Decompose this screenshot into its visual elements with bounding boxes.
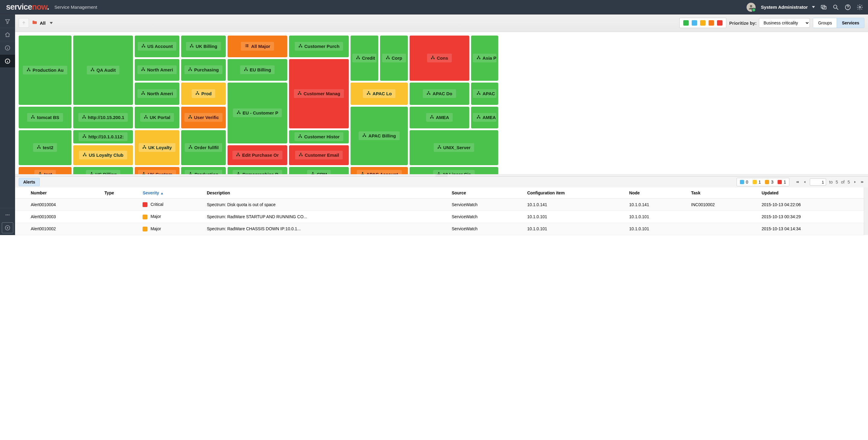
treemap-tile-custhistor[interactable]: Customer Histor: [289, 130, 349, 144]
sitemap-icon: [476, 91, 481, 96]
treemap-tile-ukloyalty[interactable]: UK Loyalty: [135, 130, 179, 165]
treemap-tile-label: CRM: [317, 172, 327, 174]
treemap-tile-ukbilling[interactable]: UK Billing: [181, 36, 226, 57]
table-row[interactable]: Alert0010002 Major Spectrum: RadWare CHA…: [15, 223, 864, 235]
treemap-tile-custpurch[interactable]: Customer Purch: [289, 36, 349, 57]
alerts-tab[interactable]: Alerts: [19, 178, 40, 186]
treemap-tile-ip15[interactable]: http://10.15.200.1: [73, 107, 133, 128]
splitter-handle[interactable]: [15, 174, 868, 177]
more-icon[interactable]: [0, 208, 15, 221]
treemap-tile-apaclo[interactable]: APAC Lo: [350, 83, 408, 105]
svg-marker-159: [862, 181, 864, 183]
sitemap-icon: [142, 145, 147, 150]
treemap-tile-tomcatbs[interactable]: tomcat BS: [19, 107, 71, 128]
sitemap-icon: [356, 56, 360, 61]
prioritize-select[interactable]: Business criticality: [759, 18, 810, 28]
treemap-tile-editpurch[interactable]: Edit Purchase Or: [227, 145, 287, 165]
treemap-tile-userverif[interactable]: User Verific: [181, 107, 226, 128]
search-icon[interactable]: [832, 4, 839, 10]
col-description[interactable]: Description: [203, 187, 448, 198]
col-source[interactable]: Source: [448, 187, 524, 198]
user-menu[interactable]: System Administrator: [761, 4, 815, 10]
treemap-tile-test[interactable]: test: [19, 167, 71, 174]
conversations-icon[interactable]: [820, 4, 827, 10]
treemap-tile-demographics[interactable]: Demographics R: [227, 167, 287, 174]
treemap-tile-custemail[interactable]: Customer Email: [289, 145, 349, 165]
treemap-tile-purchasing[interactable]: Purchasing: [181, 59, 226, 81]
chevron-down-icon: [812, 6, 815, 8]
table-row[interactable]: Alert0010003 Major Spectrum: RadWare STA…: [15, 211, 864, 223]
page-last-icon[interactable]: [860, 180, 864, 184]
treemap-tile-usbilling[interactable]: US Billing: [73, 167, 133, 174]
page-current-input[interactable]: [810, 179, 826, 186]
help-icon[interactable]: [844, 4, 851, 10]
avatar[interactable]: [747, 3, 755, 12]
treemap-tile-label: APAC Billing: [368, 133, 396, 138]
svg-rect-111: [301, 156, 303, 156]
treemap-tile-cons[interactable]: Cons: [410, 36, 469, 81]
treemap-tile-amea1[interactable]: AMEA: [410, 107, 469, 128]
info-outline-icon[interactable]: [0, 41, 15, 55]
svg-rect-57: [147, 118, 148, 119]
treemap-tile-unixserver[interactable]: UNIX_Server: [410, 130, 498, 165]
svg-rect-100: [300, 44, 301, 45]
treemap-tile-test2[interactable]: test2: [19, 130, 71, 165]
legend-red: [717, 20, 722, 26]
treemap-tile-asiap[interactable]: Asia P: [471, 36, 498, 81]
gear-icon[interactable]: [857, 4, 863, 10]
view-groups-button[interactable]: Groups: [813, 18, 837, 28]
svg-rect-54: [144, 94, 145, 95]
treemap-tile-amea2[interactable]: AMEA: [471, 107, 498, 128]
treemap-tile-apacdo[interactable]: APAC Do: [410, 83, 469, 105]
home-icon[interactable]: [0, 28, 15, 41]
treemap-tile-apaccu[interactable]: APAC Cu: [471, 83, 498, 105]
info-icon[interactable]: [0, 55, 15, 68]
treemap-tile-usloyalty[interactable]: US Loyalty Club: [73, 145, 133, 165]
treemap-tile-northam1[interactable]: North Ameri: [135, 59, 179, 81]
treemap-tile-label: UK Billing: [195, 44, 217, 49]
treemap-tile-credit[interactable]: Credit: [350, 36, 378, 81]
treemap-tile-northam2[interactable]: North Ameri: [135, 83, 179, 105]
severity-legend-large: [679, 18, 726, 28]
svg-rect-120: [389, 59, 390, 59]
col-updated[interactable]: Updated: [758, 187, 864, 198]
svg-point-7: [859, 6, 861, 8]
treemap-tile-eubilling[interactable]: EU Billing: [227, 59, 287, 81]
breadcrumb-all[interactable]: All: [32, 20, 53, 26]
alerts-scrollbar[interactable]: [864, 187, 868, 235]
treemap-tile-linearcis[interactable]: 10 Linear Cis: [410, 167, 498, 174]
col-severity[interactable]: Severity▲: [139, 187, 203, 198]
table-row[interactable]: Alert0010004 Critical Spectrum: Disk quo…: [15, 198, 864, 211]
col-number[interactable]: Number: [27, 187, 101, 198]
col-node[interactable]: Node: [626, 187, 688, 198]
treemap-tile-qaaudit[interactable]: QA Audit: [73, 36, 133, 105]
col-type[interactable]: Type: [101, 187, 139, 198]
page-first-icon[interactable]: [795, 180, 800, 184]
treemap-tile-custmanag[interactable]: Customer Manag: [289, 59, 349, 128]
treemap-tile-apacbilling[interactable]: APAC Billing: [350, 107, 408, 165]
svg-rect-28: [39, 172, 41, 173]
treemap-tile-productiontile[interactable]: Production: [181, 167, 226, 174]
treemap-tile-label: EU - Customer P: [243, 110, 278, 116]
treemap-tile-prod[interactable]: Prod: [181, 83, 226, 105]
page-next-icon[interactable]: [853, 180, 857, 184]
view-services-button[interactable]: Services: [837, 18, 864, 28]
treemap-tile-ukcustom[interactable]: UK Custom: [135, 167, 179, 174]
alert-description: Spectrum: RadWare CHASSIS DOWN IP:10.0.1…: [203, 223, 448, 235]
filter-icon[interactable]: [0, 15, 15, 28]
treemap-tile-corp[interactable]: Corp: [380, 36, 408, 81]
treemap-tile-usaccount[interactable]: US Account: [135, 36, 179, 57]
treemap-tile-ip112[interactable]: http://10.1.0.112:: [73, 130, 133, 144]
treemap-tile-apacaccount[interactable]: APAC Account: [350, 167, 408, 174]
play-icon[interactable]: [2, 222, 13, 233]
svg-rect-110: [299, 156, 300, 156]
treemap-tile-crm[interactable]: CRM: [289, 167, 349, 174]
page-prev-icon[interactable]: [803, 180, 807, 184]
treemap-tile-eucustp[interactable]: EU - Customer P: [227, 83, 287, 144]
treemap-tile-prodau[interactable]: Production Au: [19, 36, 71, 105]
treemap-tile-ukportal[interactable]: UK Portal: [135, 107, 179, 128]
col-ci[interactable]: Configuration item: [524, 187, 625, 198]
col-task[interactable]: Task: [687, 187, 758, 198]
treemap-tile-allmajor[interactable]: All Major: [227, 36, 287, 57]
treemap-tile-orderfulfil[interactable]: Order fullfil: [181, 130, 226, 165]
